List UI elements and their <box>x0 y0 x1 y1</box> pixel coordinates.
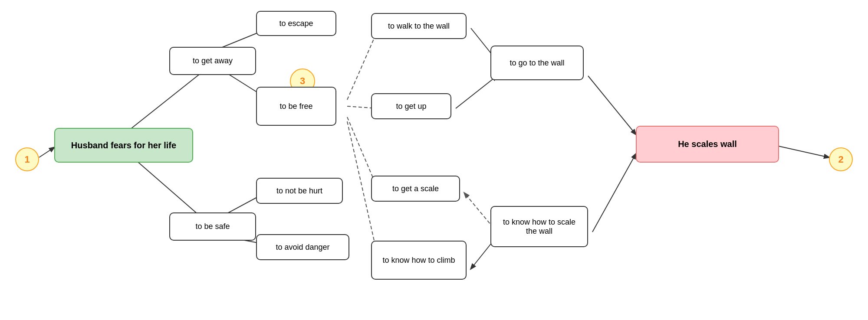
svg-line-14 <box>588 76 636 134</box>
svg-line-15 <box>592 154 636 232</box>
node-not-be-hurt: to not be hurt <box>256 178 343 204</box>
svg-line-0 <box>124 67 208 134</box>
diagram: 1 Husband fears for her life to get away… <box>0 0 868 320</box>
node-walk-wall: to walk to the wall <box>371 13 467 39</box>
node-get-away: to get away <box>169 47 256 75</box>
node-get-up: to get up <box>371 93 451 119</box>
node-to-escape: to escape <box>256 11 336 36</box>
node-he-scales: He scales wall <box>636 126 779 163</box>
node-know-scale: to know how to scale the wall <box>490 206 588 247</box>
node-go-wall: to go to the wall <box>490 46 584 80</box>
node-be-safe: to be safe <box>169 212 256 241</box>
circle-node-2: 2 <box>829 147 853 171</box>
node-to-be-free: to be free <box>256 87 336 126</box>
node-husband: Husband fears for her life <box>54 128 193 163</box>
svg-line-17 <box>39 147 54 157</box>
svg-line-11 <box>456 76 497 108</box>
svg-line-16 <box>775 145 829 157</box>
circle-node-1: 1 <box>15 147 39 171</box>
node-get-scale: to get a scale <box>371 176 460 202</box>
svg-line-6 <box>347 30 378 100</box>
node-know-climb: to know how to climb <box>371 241 467 280</box>
node-avoid-danger: to avoid danger <box>256 234 349 260</box>
